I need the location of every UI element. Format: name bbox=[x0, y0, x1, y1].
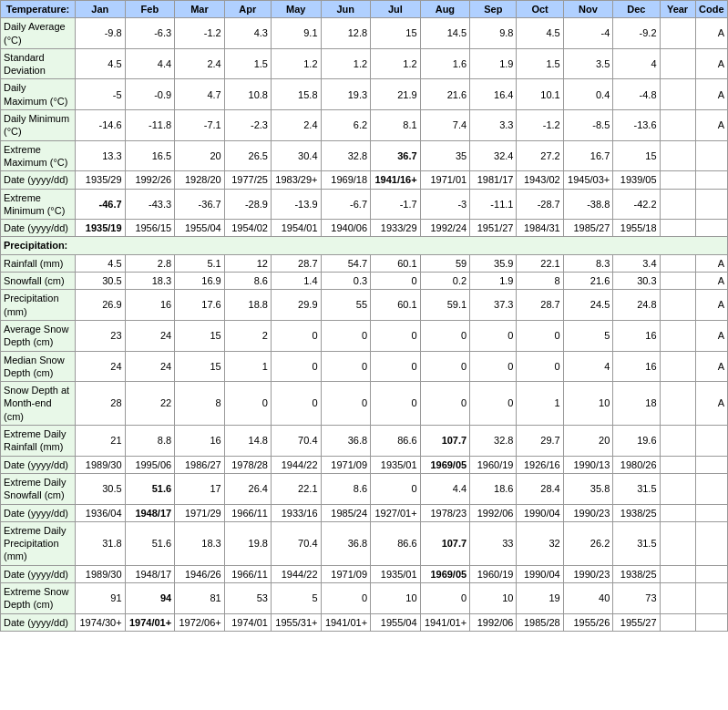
data-cell bbox=[660, 189, 695, 220]
row-label: Rainfall (mm) bbox=[1, 254, 76, 272]
data-cell: 1928/20 bbox=[175, 171, 225, 189]
jul-header: Jul bbox=[371, 1, 421, 18]
data-cell: 0 bbox=[420, 382, 470, 426]
data-cell bbox=[695, 473, 727, 504]
data-cell: 51.6 bbox=[125, 521, 175, 565]
data-cell: 1935/01 bbox=[371, 565, 421, 582]
data-cell: 21.9 bbox=[371, 79, 421, 110]
data-cell: 107.7 bbox=[420, 521, 470, 565]
data-cell: 16 bbox=[613, 351, 660, 382]
data-cell: 35.8 bbox=[563, 473, 613, 504]
data-cell: 1951/27 bbox=[470, 220, 517, 237]
data-cell: A bbox=[695, 18, 727, 49]
data-cell bbox=[660, 171, 695, 189]
data-cell: 1984/31 bbox=[517, 220, 563, 237]
table-row: Extreme Daily Rainfall (mm)218.81614.870… bbox=[1, 426, 728, 457]
data-cell: A bbox=[695, 254, 727, 272]
jan-header: Jan bbox=[76, 1, 126, 18]
data-cell: 1992/26 bbox=[125, 171, 175, 189]
data-cell: 1974/01 bbox=[224, 613, 271, 631]
data-cell: 1.6 bbox=[420, 48, 470, 79]
precipitation-header: Precipitation: bbox=[1, 237, 728, 254]
row-label: Extreme Maximum (°C) bbox=[1, 140, 76, 171]
data-cell: 0 bbox=[224, 382, 271, 426]
data-cell: 30.3 bbox=[613, 273, 660, 290]
data-cell: 15.8 bbox=[271, 79, 321, 110]
data-cell: 19.8 bbox=[224, 521, 271, 565]
data-cell: 1954/01 bbox=[271, 220, 321, 237]
data-cell: 9.1 bbox=[271, 18, 321, 49]
section-header-row: Precipitation: bbox=[1, 237, 728, 254]
data-cell bbox=[695, 140, 727, 171]
data-cell: 10.8 bbox=[224, 79, 271, 110]
data-cell bbox=[695, 521, 727, 565]
data-cell: 4.5 bbox=[517, 18, 563, 49]
aug-header: Aug bbox=[420, 1, 470, 18]
row-label: Precipitation (mm) bbox=[1, 290, 76, 321]
data-cell: -9.8 bbox=[76, 18, 126, 49]
row-label: Median Snow Depth (cm) bbox=[1, 351, 76, 382]
data-cell: 86.6 bbox=[371, 521, 421, 565]
data-cell: 91 bbox=[76, 582, 126, 613]
data-cell: 30.5 bbox=[76, 473, 126, 504]
data-cell: 1.2 bbox=[321, 48, 371, 79]
row-label: Date (yyyy/dd) bbox=[1, 171, 76, 189]
data-cell bbox=[695, 189, 727, 220]
table-row: Date (yyyy/dd)1989/301948/171946/261966/… bbox=[1, 565, 728, 582]
data-cell: A bbox=[695, 290, 727, 321]
data-cell: 86.6 bbox=[371, 426, 421, 457]
data-cell: 15 bbox=[175, 351, 225, 382]
data-cell bbox=[660, 351, 695, 382]
data-cell: 0 bbox=[470, 320, 517, 351]
data-cell: 1.4 bbox=[271, 273, 321, 290]
row-label: Average Snow Depth (cm) bbox=[1, 320, 76, 351]
data-cell: 1955/27 bbox=[613, 613, 660, 631]
data-cell: 10 bbox=[470, 582, 517, 613]
data-cell: -1.2 bbox=[517, 110, 563, 141]
data-cell: 1943/02 bbox=[517, 171, 563, 189]
data-cell: 1983/29+ bbox=[271, 171, 321, 189]
data-cell bbox=[660, 220, 695, 237]
data-cell: 24.5 bbox=[563, 290, 613, 321]
data-cell: 28.7 bbox=[517, 290, 563, 321]
data-cell: 9.8 bbox=[470, 18, 517, 49]
data-cell: -6.3 bbox=[125, 18, 175, 49]
data-cell: 19.3 bbox=[321, 79, 371, 110]
data-cell: 1978/23 bbox=[420, 504, 470, 521]
apr-header: Apr bbox=[224, 1, 271, 18]
data-cell: 28.4 bbox=[517, 473, 563, 504]
data-cell: 1.9 bbox=[470, 48, 517, 79]
data-cell: 12 bbox=[224, 254, 271, 272]
data-cell: 0 bbox=[321, 351, 371, 382]
data-cell: 36.7 bbox=[371, 140, 421, 171]
data-cell: 1944/22 bbox=[271, 565, 321, 582]
data-cell: -28.7 bbox=[517, 189, 563, 220]
data-cell: -28.9 bbox=[224, 189, 271, 220]
data-cell: 1977/25 bbox=[224, 171, 271, 189]
data-cell: 1948/17 bbox=[125, 565, 175, 582]
data-cell bbox=[660, 290, 695, 321]
data-cell: 0 bbox=[371, 273, 421, 290]
data-cell: 15 bbox=[175, 320, 225, 351]
data-cell: 32.4 bbox=[470, 140, 517, 171]
table-row: Date (yyyy/dd)1989/301995/061986/271978/… bbox=[1, 456, 728, 473]
data-cell bbox=[660, 504, 695, 521]
data-cell: 4 bbox=[563, 351, 613, 382]
table-row: Daily Average (°C)-9.8-6.3-1.24.39.112.8… bbox=[1, 18, 728, 49]
row-label: Snow Depth at Month-end (cm) bbox=[1, 382, 76, 426]
data-cell: 1980/26 bbox=[613, 456, 660, 473]
data-cell: 0 bbox=[371, 382, 421, 426]
data-cell: 0 bbox=[470, 351, 517, 382]
data-cell: 4.7 bbox=[175, 79, 225, 110]
data-cell: 54.7 bbox=[321, 254, 371, 272]
data-cell: 1 bbox=[224, 351, 271, 382]
data-cell: 1935/29 bbox=[76, 171, 126, 189]
data-cell: 1955/26 bbox=[563, 613, 613, 631]
data-cell: 0.2 bbox=[420, 273, 470, 290]
data-cell: 1966/11 bbox=[224, 565, 271, 582]
data-cell: 1985/27 bbox=[563, 220, 613, 237]
data-cell: 10 bbox=[371, 582, 421, 613]
data-cell: 18.6 bbox=[470, 473, 517, 504]
data-cell: 1933/16 bbox=[271, 504, 321, 521]
row-label: Extreme Daily Snowfall (cm) bbox=[1, 473, 76, 504]
